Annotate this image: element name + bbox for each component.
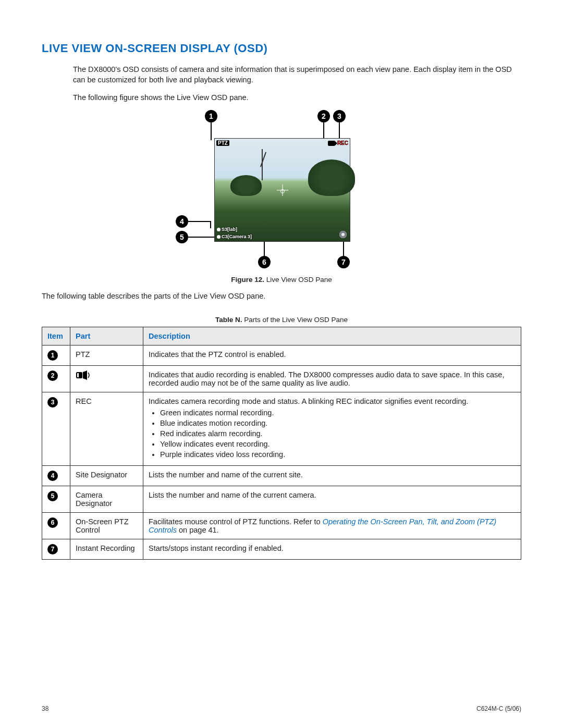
table-row: 3 REC Indicates camera recording mode an… <box>42 392 521 466</box>
osd-audio-icon <box>328 141 335 146</box>
osd-rec-indicator: REC <box>337 140 348 146</box>
footer-page-number: 38 <box>42 705 48 712</box>
intro-paragraph-2: The following figure shows the Live View… <box>73 93 521 103</box>
footer-doc-id: C624M-C (5/06) <box>476 705 521 712</box>
table-row: 5 Camera Designator Lists the number and… <box>42 486 521 513</box>
osd-parts-table: Item Part Description 1 PTZ Indicates th… <box>42 327 521 560</box>
callout-2: 2 <box>317 110 330 122</box>
callout-6: 6 <box>258 256 271 268</box>
table-row: 1 PTZ Indicates that the PTZ control is … <box>42 346 521 366</box>
callout-1: 1 <box>205 110 217 122</box>
callout-3: 3 <box>333 110 346 122</box>
col-description: Description <box>143 327 521 346</box>
figure-live-view-osd: 1 2 3 4 5 6 7 PTZ <box>195 110 368 272</box>
callout-7: 7 <box>337 256 350 268</box>
osd-camera-designator: C3[Camera 3] <box>217 234 252 239</box>
table-row: 4 Site Designator Lists the number and n… <box>42 466 521 486</box>
table-row: 7 Instant Recording Starts/stops instant… <box>42 539 521 560</box>
table-row: 6 On-Screen PTZ Control Facilitates mous… <box>42 513 521 539</box>
table-row: 2 Indicates that audio recording is enab… <box>42 366 521 392</box>
osd-site-designator: S3[lab] <box>217 227 237 232</box>
osd-ptz-crosshair <box>277 184 288 196</box>
svg-rect-0 <box>76 372 82 378</box>
col-part: Part <box>70 327 143 346</box>
osd-instant-record-icon <box>339 231 347 238</box>
osd-video-pane: PTZ REC S3[lab] C3[Camera 3] <box>215 139 350 241</box>
page-heading: LIVE VIEW ON-SCREEN DISPLAY (OSD) <box>42 42 521 55</box>
svg-marker-2 <box>83 371 87 380</box>
intro-paragraph-3: The following table describes the parts … <box>42 291 521 302</box>
figure-caption: Figure 12. Live View OSD Pane <box>231 276 332 283</box>
osd-ptz-indicator: PTZ <box>216 140 229 146</box>
audio-icon <box>76 371 91 380</box>
svg-rect-1 <box>77 373 79 377</box>
callout-4: 4 <box>176 215 188 228</box>
col-item: Item <box>42 327 70 346</box>
table-caption: Table N. Parts of the Live View OSD Pane <box>42 316 521 324</box>
intro-paragraph-1: The DX8000's OSD consists of camera and … <box>73 65 521 85</box>
callout-5: 5 <box>176 231 188 243</box>
